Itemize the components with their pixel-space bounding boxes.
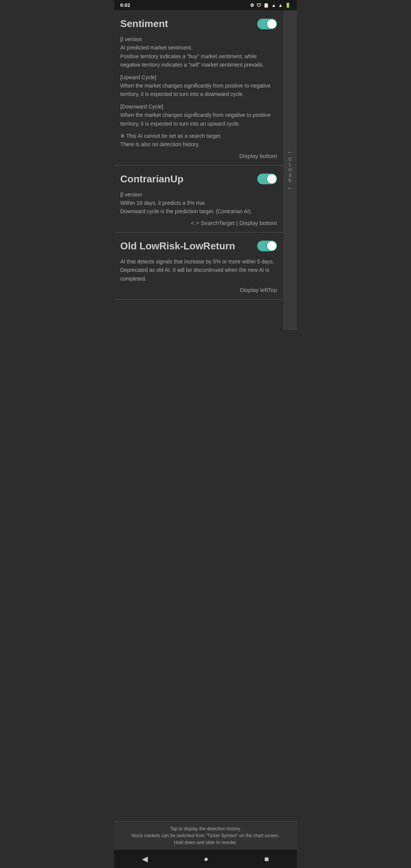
- content-area: Sentiment β versionAI predicted market s…: [114, 10, 283, 330]
- status-bar: 6:02 ⚙ 🛡 📋 ▲ ▲ 🔋: [114, 0, 297, 10]
- sentiment-toggle[interactable]: [257, 19, 277, 29]
- clipboard-icon: 📋: [263, 3, 269, 8]
- old-risk-text-1: AI that detects signals that increase by…: [120, 257, 277, 283]
- contrarian-toggle[interactable]: [257, 174, 277, 184]
- sentiment-toggle-track: [257, 19, 277, 29]
- contrarian-title: ContrarianUp: [120, 173, 183, 185]
- contrarian-body: β versionWithin 10 days, it predicts a 5…: [120, 190, 277, 216]
- sentiment-text-1: β versionAI predicted market sentiment.P…: [120, 35, 277, 69]
- contrarian-toggle-track: [257, 174, 277, 184]
- old-risk-title: Old LowRisk-LowReturn: [120, 240, 235, 252]
- section-contrarian-header: ContrarianUp: [120, 173, 277, 185]
- close-panel[interactable]: ← CLOSE ←: [283, 10, 297, 330]
- wifi-icon: ▲: [271, 3, 276, 8]
- section-sentiment: Sentiment β versionAI predicted market s…: [114, 10, 283, 166]
- old-risk-toggle-thumb: [267, 241, 276, 251]
- close-arrow-top[interactable]: ←: [287, 149, 293, 155]
- settings-icon: ⚙: [250, 3, 254, 8]
- close-label[interactable]: CLOSE: [288, 157, 292, 183]
- contrarian-action-links[interactable]: < > SearchTarget | Display bottom: [120, 220, 277, 226]
- contrarian-toggle-thumb: [267, 174, 276, 183]
- status-icons: ⚙ 🛡 📋 ▲ ▲ 🔋: [250, 3, 291, 8]
- section-old-risk-header: Old LowRisk-LowReturn: [120, 240, 277, 252]
- main-content: ← CLOSE ← Sentiment β versionAI predicte…: [114, 10, 297, 330]
- sentiment-toggle-thumb: [267, 19, 276, 29]
- close-arrow-bottom[interactable]: ←: [287, 185, 293, 191]
- battery-icon: 🔋: [285, 3, 291, 8]
- section-sentiment-header: Sentiment: [120, 18, 277, 30]
- signal-icon: ▲: [278, 3, 283, 8]
- shield-icon: 🛡: [256, 3, 261, 8]
- old-risk-toggle[interactable]: [257, 241, 277, 251]
- sentiment-text-3: [Downward Cycle]When the market changes …: [120, 102, 277, 128]
- sentiment-display-tag: Display bottom: [120, 153, 277, 159]
- sentiment-title: Sentiment: [120, 18, 168, 30]
- old-risk-toggle-track: [257, 241, 277, 251]
- sentiment-text-2: [Upward Cycle]When the market changes si…: [120, 73, 277, 99]
- sentiment-text-4: ※ This AI cannot be set as a search targ…: [120, 132, 277, 149]
- status-time: 6:02: [120, 2, 130, 8]
- section-contrarian-up: ContrarianUp β versionWithin 10 days, it…: [114, 166, 283, 233]
- contrarian-text-1: β versionWithin 10 days, it predicts a 5…: [120, 190, 277, 216]
- sentiment-body: β versionAI predicted market sentiment.P…: [120, 35, 277, 149]
- old-risk-display-tag: Display leftTop: [120, 287, 277, 293]
- old-risk-body: AI that detects signals that increase by…: [120, 257, 277, 283]
- section-old-low-risk: Old LowRisk-LowReturn AI that detects si…: [114, 233, 283, 300]
